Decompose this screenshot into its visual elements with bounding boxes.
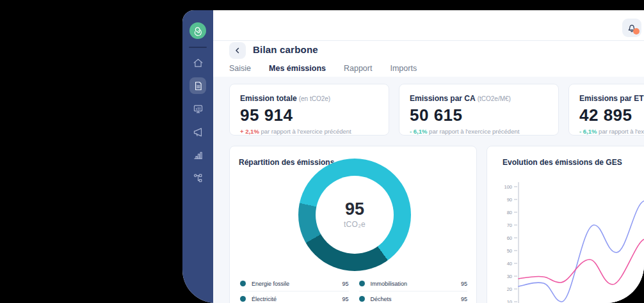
tab-saisie[interactable]: Saisie [228, 64, 252, 78]
donut-center: 95 tCO₂e [316, 176, 394, 254]
legend-dot-icon [359, 281, 365, 286]
tab-bar: Saisie Mes émissions Rapport Imports [228, 64, 418, 78]
legend-value: 95 [461, 281, 467, 287]
kpi-value: 50 615 [410, 105, 548, 125]
y-tick: 60 [507, 235, 512, 241]
hierarchy-icon [193, 173, 204, 183]
sidebar-item-announcements[interactable] [189, 123, 206, 140]
legend-label: Électricité [252, 296, 277, 302]
panel-title: Répartition des émissions [239, 158, 334, 167]
line-chart: 100 90 80 70 60 50 40 30 20 10 [487, 146, 644, 303]
donut-chart: 95 tCO₂e [298, 159, 411, 271]
line-series-blue [519, 200, 644, 302]
kpi-delta-text: par rapport à l'exercice précédent [599, 128, 644, 135]
y-tick: 100 [504, 184, 512, 190]
legend-dot-icon [240, 281, 246, 286]
bar-chart-icon [193, 150, 204, 160]
kpi-title: Emission totale [240, 94, 297, 103]
kpi-delta: - 6,1% par rapport à l'exercice précéden… [579, 128, 644, 135]
kpi-delta: - 6,1% par rapport à l'exercice précéden… [410, 128, 548, 135]
megaphone-icon [193, 127, 204, 137]
panel-repartition-emissions: Répartition des émissions 95 tCO₂e Energ… [229, 146, 477, 303]
legend-item: Électricité 95 [240, 291, 349, 303]
panel-evolution-ges: Evolution des émissions de GES 100 90 80… [487, 146, 644, 303]
legend-item: Immobilisation 95 [359, 276, 468, 291]
notifications-button[interactable] [622, 19, 641, 37]
tab-mes-emissions[interactable]: Mes émissions [268, 64, 327, 78]
donut-center-unit: tCO₂e [344, 220, 366, 229]
legend-item: Déchets 95 [359, 291, 468, 303]
donut-legend: Energie fossile 95 Immobilisation 95 Éle… [240, 276, 467, 303]
app-logo[interactable] [189, 22, 206, 39]
legend-dot-icon [359, 296, 365, 302]
sidebar-divider [189, 47, 207, 48]
bell-icon [626, 22, 638, 34]
document-icon [193, 81, 204, 91]
y-tick: 30 [507, 274, 512, 279]
page-title: Bilan carbone [253, 44, 318, 55]
y-tick: 90 [507, 197, 512, 203]
monitor-icon [193, 104, 204, 114]
y-tick: 40 [507, 261, 512, 267]
kpi-title-row: Emission totale(en tCO2e) [240, 92, 378, 104]
kpi-value: 42 895 [579, 105, 644, 125]
kpi-title-row: Emissions par CA(tCO2e/M€) [410, 92, 548, 104]
app-window: Bilan carbone Saisie Mes émissions Rappo… [182, 10, 644, 303]
legend-item: Energie fossile 95 [240, 276, 349, 291]
notification-dot [633, 28, 640, 35]
screenshot-canvas: Bilan carbone Saisie Mes émissions Rappo… [0, 0, 644, 303]
sidebar-item-monitor[interactable] [189, 100, 206, 117]
kpi-title: Emissions par CA [410, 94, 476, 103]
back-button[interactable] [229, 42, 246, 59]
y-tick: 20 [507, 286, 512, 292]
kpi-title-row: Emissions par ETP(tCO2e/ETP) [579, 92, 644, 104]
legend-label: Déchets [371, 296, 392, 302]
home-icon [193, 58, 204, 68]
sidebar-item-documents[interactable] [189, 77, 206, 94]
tab-imports[interactable]: Imports [389, 64, 418, 78]
legend-label: Energie fossile [252, 281, 289, 287]
topbar-divider [213, 40, 644, 41]
kpi-delta-percent: - 6,1% [410, 128, 427, 135]
sidebar-item-hierarchy[interactable] [189, 169, 206, 186]
sidebar-item-statistics[interactable] [189, 146, 206, 163]
legend-dot-icon [240, 296, 246, 302]
legend-value: 95 [461, 296, 467, 302]
spiral-logo-icon [193, 26, 204, 36]
y-tick: 10 [507, 299, 512, 303]
kpi-unit: (tCO2e/M€) [478, 95, 511, 102]
kpi-card-emission-totale: Emission totale(en tCO2e) 95 914 + 2,1% … [229, 84, 389, 136]
kpi-unit: (en tCO2e) [299, 95, 330, 102]
kpi-card-emissions-par-ca: Emissions par CA(tCO2e/M€) 50 615 - 6,1%… [399, 84, 559, 136]
kpi-card-emissions-par-etp: Emissions par ETP(tCO2e/ETP) 42 895 - 6,… [568, 84, 644, 136]
legend-label: Immobilisation [371, 281, 408, 287]
donut-center-value: 95 [345, 201, 364, 218]
y-tick: 70 [507, 222, 512, 228]
chevron-left-icon [233, 46, 242, 55]
sidebar [182, 10, 213, 303]
kpi-title: Emissions par ETP [579, 94, 644, 103]
y-tick: 80 [507, 210, 512, 215]
line-series-pink [519, 237, 644, 284]
kpi-delta-percent: + 2,1% [240, 128, 259, 135]
kpi-value: 95 914 [240, 105, 378, 125]
y-tick: 50 [507, 248, 512, 254]
tab-rapport[interactable]: Rapport [342, 64, 373, 78]
kpi-delta-text: par rapport à l'exercice précédent [261, 128, 351, 135]
sidebar-item-home[interactable] [189, 54, 206, 71]
kpi-delta-percent: - 6,1% [579, 128, 597, 135]
legend-value: 95 [342, 281, 348, 287]
legend-value: 95 [342, 296, 348, 302]
kpi-delta-text: par rapport à l'exercice précédent [429, 128, 519, 135]
kpi-delta: + 2,1% par rapport à l'exercice précéden… [240, 128, 378, 135]
